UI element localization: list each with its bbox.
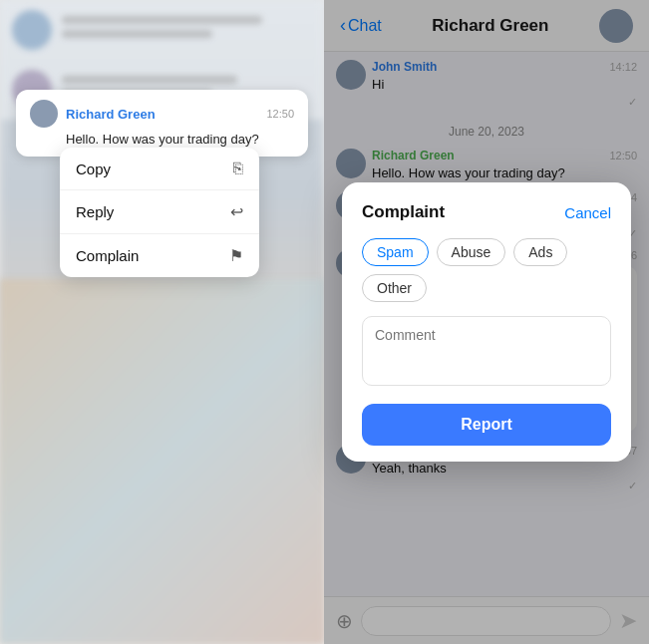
context-reply-label: Reply	[76, 203, 114, 220]
modal-overlay: Complaint Cancel Spam Abuse Ads Other Re…	[324, 0, 649, 644]
copy-icon: ⎘	[233, 160, 243, 177]
context-menu: Copy ⎘ Reply ↩ Complain ⚑	[60, 148, 259, 277]
context-item-reply[interactable]: Reply ↩	[60, 190, 259, 234]
left-sender-avatar	[30, 100, 58, 128]
complaint-tags: Spam Abuse Ads Other	[362, 238, 611, 302]
complain-icon: ⚑	[229, 246, 243, 265]
left-panel: Richard Green 12:50 Hello. How was your …	[0, 0, 324, 644]
tag-abuse[interactable]: Abuse	[437, 238, 506, 266]
left-msg-text: Hello. How was your trading day?	[66, 132, 294, 147]
tag-other[interactable]: Other	[362, 274, 427, 302]
context-item-copy[interactable]: Copy ⎘	[60, 148, 259, 190]
modal-cancel-button[interactable]: Cancel	[564, 204, 611, 221]
context-complain-label: Complain	[76, 247, 139, 264]
left-msg-time: 12:50	[266, 108, 294, 120]
tag-spam[interactable]: Spam	[362, 238, 429, 266]
tag-ads[interactable]: Ads	[513, 238, 567, 266]
context-item-complain[interactable]: Complain ⚑	[60, 234, 259, 277]
report-button[interactable]: Report	[362, 404, 611, 446]
complaint-modal: Complaint Cancel Spam Abuse Ads Other Re…	[342, 182, 631, 462]
modal-title: Complaint	[362, 202, 445, 222]
context-copy-label: Copy	[76, 161, 111, 177]
modal-header: Complaint Cancel	[362, 202, 611, 222]
right-panel: ‹ Chat Richard Green John Smith 14:12 Hi…	[324, 0, 649, 644]
left-sender-name: Richard Green	[66, 107, 156, 122]
comment-input[interactable]	[362, 316, 611, 386]
reply-icon: ↩	[230, 202, 243, 221]
message-bubble-left: Richard Green 12:50 Hello. How was your …	[16, 90, 308, 157]
